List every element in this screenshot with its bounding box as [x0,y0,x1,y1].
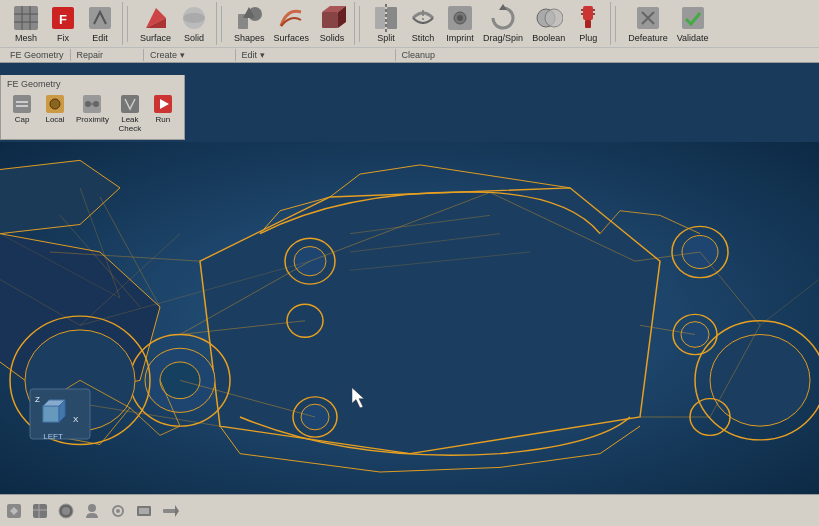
status-settings-icon[interactable] [108,501,128,521]
svg-point-101 [116,509,120,513]
status-mesh-icon[interactable] [30,501,50,521]
viewport[interactable]: Z X LEFT [0,142,819,494]
svg-point-39 [93,101,99,107]
local-label: Local [45,115,64,124]
svg-text:X: X [73,415,79,424]
imprint-button[interactable]: Imprint [442,2,478,45]
svg-rect-104 [163,509,177,513]
fe-geometry-title: FE Geometry [10,49,64,61]
solid-button[interactable]: Solid [176,2,212,45]
viewport-svg [0,142,819,494]
edit-button[interactable]: Edit [82,2,118,45]
boolean-button[interactable]: Boolean [528,2,569,45]
leakcheck-label: Leak Check [119,115,142,133]
proximity-icon [81,93,103,115]
svg-rect-94 [33,504,47,518]
dragspin-label: Drag/Spin [483,33,523,43]
shapes-icon [235,4,263,32]
imprint-icon [446,4,474,32]
plug-button[interactable]: Plug [570,2,606,45]
cleanup-title: Cleanup [402,49,436,61]
repair-title: Repair [77,49,104,61]
subtoolbar-section-repair: FE Geometry Cap [3,77,182,137]
status-user-icon[interactable] [82,501,102,521]
sep2 [221,6,222,42]
imprint-label: Imprint [446,33,474,43]
solids-button[interactable]: Solids [314,2,350,45]
svg-rect-15 [387,7,397,29]
solid-icon [180,4,208,32]
section-cleanup: Cleanup [396,49,442,61]
cap-button[interactable]: Cap [7,91,37,135]
local-button[interactable]: Local [40,91,70,135]
shapes-button[interactable]: Shapes [230,2,269,45]
edit-icon [86,4,114,32]
svg-text:Z: Z [35,395,40,404]
svg-rect-32 [13,95,31,113]
section-fe-geometry: FE Geometry [4,49,71,61]
validate-button[interactable]: Validate [673,2,713,45]
main-toolbar: Mesh F Fix Edit [0,0,819,63]
sep4 [615,6,616,42]
surface-label: Surface [140,33,171,43]
svg-rect-103 [139,508,149,514]
section-edit[interactable]: Edit ▾ [236,49,396,61]
stitch-button[interactable]: Stitch [405,2,441,45]
mesh-label: Mesh [15,33,37,43]
svg-marker-105 [175,505,179,517]
svg-marker-45 [200,188,660,454]
proximity-button[interactable]: Proximity [73,91,112,135]
fix-label: Fix [57,33,69,43]
solid-label: Solid [184,33,204,43]
svg-rect-31 [682,7,704,29]
subtoolbar: FE Geometry Cap [0,75,185,140]
svg-rect-33 [16,101,28,103]
split-icon [372,4,400,32]
solids-icon [318,4,346,32]
local-icon [44,93,66,115]
status-model-icon[interactable] [4,501,24,521]
plug-label: Plug [579,33,597,43]
surfaces-button[interactable]: Surfaces [270,2,314,45]
cap-icon [11,93,33,115]
section-repair: Repair [71,49,145,61]
svg-point-20 [457,15,463,21]
svg-point-36 [50,99,60,109]
statusbar [0,494,819,526]
dragspin-button[interactable]: Drag/Spin [479,2,527,45]
split-label: Split [377,33,395,43]
edit-title: Edit ▾ [242,49,265,61]
subtoolbar-title: FE Geometry [7,79,178,89]
defeature-icon [634,4,662,32]
surface-button[interactable]: Surface [136,2,175,45]
run-button[interactable]: Run [148,91,178,135]
svg-text:F: F [59,12,67,27]
axis-svg: Z X LEFT [25,384,95,444]
svg-point-99 [88,504,96,512]
edit-label: Edit [92,33,108,43]
subtoolbar-items: Cap Local [7,91,178,135]
status-geo-icon[interactable] [56,501,76,521]
svg-rect-13 [322,12,338,28]
svg-point-23 [545,9,563,27]
status-view-icon[interactable] [134,501,154,521]
split-button[interactable]: Split [368,2,404,45]
stitch-label: Stitch [412,33,435,43]
validate-icon [679,4,707,32]
svg-point-38 [85,101,91,107]
fix-button[interactable]: F Fix [45,2,81,45]
plug-icon [574,4,602,32]
status-extra-icon[interactable] [160,501,180,521]
defeature-button[interactable]: Defeature [624,2,672,45]
section-create[interactable]: Create ▾ [144,49,236,61]
svg-point-52 [710,335,810,427]
tool-group-edit: Split Stitch [364,2,611,45]
tool-group-cleanup: Defeature Validate [620,2,716,45]
sep3 [359,6,360,42]
dragspin-icon [489,4,517,32]
leakcheck-button[interactable]: Leak Check [115,91,145,135]
mesh-button[interactable]: Mesh [8,2,44,45]
svg-rect-34 [16,105,28,107]
boolean-icon [535,4,563,32]
tool-group-surface-solid: Surface Solid [132,2,217,45]
